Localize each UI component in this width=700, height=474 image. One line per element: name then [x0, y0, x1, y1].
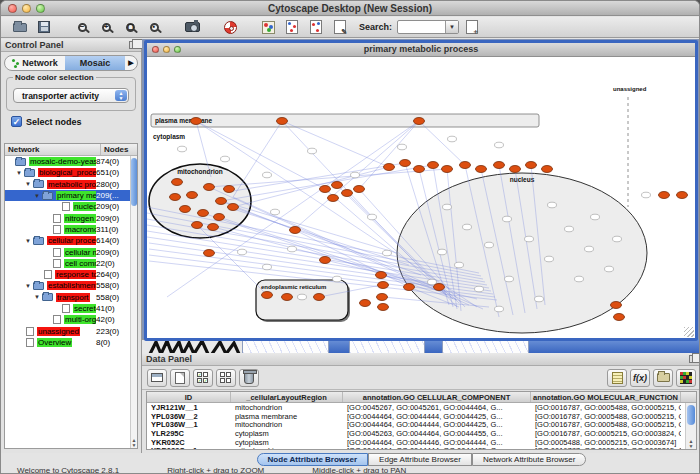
attribute-matrix-button[interactable]	[676, 369, 696, 387]
expand-arrow-icon[interactable]: ▼	[34, 193, 42, 199]
open-session-button[interactable]	[9, 18, 31, 36]
region-nucleus[interactable]	[397, 173, 647, 333]
network-node-selected[interactable]	[214, 214, 225, 221]
network-node-selected[interactable]	[404, 284, 415, 291]
vizmapper-button[interactable]	[257, 18, 279, 36]
network-node-selected[interactable]	[216, 198, 227, 205]
network-node-selected[interactable]	[378, 304, 389, 311]
network-node-selected[interactable]	[320, 186, 331, 193]
network-node-selected[interactable]	[360, 300, 371, 307]
network-node-selected[interactable]	[208, 224, 219, 231]
scrollbar-thumb[interactable]	[687, 405, 695, 425]
tree-item[interactable]: ▼primary metabo209(...	[5, 190, 130, 201]
network-node-selected[interactable]	[376, 272, 387, 279]
background-window-frame[interactable]	[329, 339, 349, 353]
table-row[interactable]: YDR039C__1mitochondrion[GO:0044464, GO:0…	[147, 446, 696, 450]
network-node[interactable]	[238, 249, 247, 255]
column-header[interactable]: annotation.GO CELLULAR_COMPONENT	[343, 392, 531, 402]
tree-scrollbar[interactable]: ▲▼	[130, 156, 137, 448]
new-attribute-button[interactable]	[170, 369, 190, 387]
network-node-selected[interactable]	[494, 162, 505, 169]
column-header[interactable]: ID	[147, 392, 231, 402]
network-node-selected[interactable]	[460, 162, 471, 169]
network-node-selected[interactable]	[414, 166, 425, 173]
network-node-selected[interactable]	[282, 294, 293, 301]
network-edge[interactable]	[197, 225, 267, 295]
network-node[interactable]	[642, 192, 651, 198]
network-node-selected[interactable]	[262, 292, 273, 299]
zoom-fit-button[interactable]: ◻	[119, 18, 141, 36]
network-node-selected[interactable]	[659, 192, 670, 199]
network-node-selected[interactable]	[332, 182, 343, 189]
tree-item[interactable]: unassigned223(0)	[5, 325, 130, 336]
network-edge[interactable]	[233, 207, 421, 275]
network-node-selected[interactable]	[378, 282, 389, 289]
network-node[interactable]	[575, 276, 584, 282]
network-edge[interactable]	[227, 163, 405, 192]
tab-edge-attribute-browser[interactable]: Edge Attribute Browser	[368, 453, 472, 466]
table-scrollbar[interactable]: ▲▼	[685, 403, 696, 449]
network-node[interactable]	[288, 246, 297, 252]
network-edge[interactable]	[233, 121, 282, 197]
tab-network[interactable]: Network	[5, 56, 65, 70]
tree-item[interactable]: ▼transport558(0)	[5, 292, 130, 303]
network-node-selected[interactable]	[434, 284, 445, 291]
edit-network-button[interactable]	[305, 18, 327, 36]
help-button[interactable]	[219, 18, 241, 36]
network-node[interactable]	[178, 146, 187, 152]
tab-mosaic[interactable]: Mosaic	[65, 56, 125, 70]
network-node[interactable]	[485, 242, 494, 248]
tree-item[interactable]: ▼establishment of lo558(0)	[5, 280, 130, 291]
network-node[interactable]	[398, 144, 407, 150]
network-node[interactable]	[605, 266, 614, 272]
zoom-region-button[interactable]: ▪	[143, 18, 165, 36]
network-node[interactable]	[428, 279, 437, 285]
table-row[interactable]: YJR121W__1mitochondrion[GO:0045267, GO:0…	[147, 403, 696, 412]
tree-item[interactable]: cell communicat22(0)	[5, 258, 130, 269]
tree-item[interactable]: ▼biological_process651(0)	[5, 167, 130, 178]
network-view-window[interactable]: primary metabolic process plasma membran…	[144, 40, 698, 341]
tree-item[interactable]: mosaic-demo-yeast874(0)	[5, 156, 130, 167]
tab-node-attribute-browser[interactable]: Node Attribute Browser	[257, 453, 369, 466]
zoom-in-button[interactable]: +	[95, 18, 117, 36]
network-edge[interactable]	[282, 121, 389, 167]
network-node[interactable]	[438, 249, 447, 255]
table-row[interactable]: YKR052Ccytoplasm[GO:0044464, GO:0044446,…	[147, 438, 696, 447]
float-panel-icon[interactable]	[129, 41, 138, 49]
network-node-selected[interactable]	[204, 184, 215, 191]
network-node-selected[interactable]	[191, 118, 202, 125]
network-node[interactable]	[263, 172, 272, 178]
network-node-selected[interactable]	[428, 162, 439, 169]
table-row[interactable]: YPL036W__1mitochondrion[GO:0044464, GO:0…	[147, 420, 696, 429]
create-network-button[interactable]	[281, 18, 303, 36]
expand-arrow-icon[interactable]: ▼	[34, 294, 42, 300]
attribute-table-button[interactable]	[147, 369, 167, 387]
column-header[interactable]: _cellularLayoutRegion	[231, 392, 343, 402]
network-node-selected[interactable]	[328, 195, 339, 202]
network-node[interactable]	[333, 276, 342, 282]
save-session-button[interactable]	[33, 18, 55, 36]
snapshot-button[interactable]	[181, 18, 203, 36]
network-canvas[interactable]: plasma membranecytoplasmmitochondrionnuc…	[147, 57, 695, 338]
network-node-selected[interactable]	[187, 192, 198, 199]
tree-col-nodes[interactable]: Nodes	[101, 144, 137, 155]
node-color-dropdown[interactable]: transporter activity ▲▼	[13, 88, 129, 103]
network-node[interactable]	[585, 246, 594, 252]
network-node[interactable]	[221, 156, 230, 162]
chevron-down-icon[interactable]: ▼	[445, 21, 458, 33]
zoom-out-button[interactable]: −	[71, 18, 93, 36]
tree-item[interactable]: ▼cellular process614(0)	[5, 235, 130, 246]
network-node-selected[interactable]	[204, 250, 215, 257]
network-node-selected[interactable]	[614, 314, 625, 321]
network-node[interactable]	[455, 262, 464, 268]
network-node-selected[interactable]	[414, 118, 425, 125]
background-window-frame[interactable]	[529, 339, 700, 353]
network-node-selected[interactable]	[192, 222, 203, 229]
tree-item[interactable]: macromolecule311(0)	[5, 224, 130, 235]
network-node-selected[interactable]	[290, 227, 301, 234]
background-window-frame[interactable]	[425, 339, 442, 353]
network-view-titlebar[interactable]: primary metabolic process	[147, 43, 695, 57]
search-input[interactable]: ▼	[397, 20, 459, 34]
network-node[interactable]	[613, 236, 622, 242]
expand-arrow-icon[interactable]: ▼	[25, 181, 33, 187]
